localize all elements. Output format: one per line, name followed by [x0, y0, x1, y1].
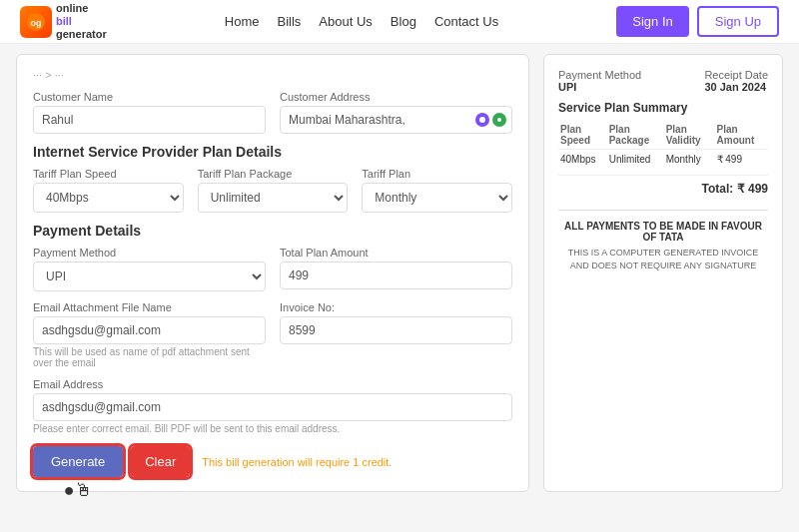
invoice-panel: Payment Method UPI Receipt Date 30 Jan 2… — [543, 54, 783, 492]
email-address-label: Email Address — [33, 378, 512, 390]
invoice-total: Total: ₹ 499 — [558, 175, 768, 196]
col-plan-validity: Plan Validity — [664, 121, 715, 150]
nav-bills[interactable]: Bills — [278, 14, 302, 29]
tariff-package-group: Tariff Plan Package Unlimited Limited — [198, 168, 349, 213]
invoice-footer: ALL PAYMENTS TO BE MADE IN FAVOUR OF TAT… — [558, 210, 768, 271]
total-amount-group: Total Plan Amount — [280, 247, 512, 291]
email-attachment-group: Email Attachment File Name This will be … — [33, 301, 266, 368]
payment-method-block: Payment Method UPI — [558, 69, 641, 93]
nav-blog[interactable]: Blog — [391, 14, 416, 29]
navbar: og online bill generator Home Bills Abou… — [0, 0, 799, 44]
email-address-group: Email Address Please enter correct email… — [33, 378, 512, 434]
total-value: ₹ 499 — [737, 182, 768, 196]
table-row: 40Mbps Unlimited Monthly ₹ 499 — [558, 150, 768, 170]
cell-validity: Monthly — [664, 150, 715, 170]
total-label: Total: — [702, 182, 734, 196]
email-address-input[interactable] — [33, 393, 512, 421]
customer-info-row: Customer Name Customer Address — [33, 91, 512, 134]
email-attachment-label: Email Attachment File Name — [33, 301, 266, 313]
customer-name-input[interactable] — [33, 106, 266, 134]
tariff-package-label: Tariff Plan Package — [198, 168, 349, 180]
cell-amount: ₹ 499 — [715, 150, 768, 170]
email-attachment-hint: This will be used as name of pdf attachm… — [33, 346, 266, 368]
customer-name-label: Customer Name — [33, 91, 266, 103]
credit-info: This bill generation will require 1 cred… — [202, 456, 392, 468]
generate-wrap: Generate ●🖱 — [33, 446, 123, 477]
action-row: Generate ●🖱 Clear This bill generation w… — [33, 446, 512, 477]
tariff-plan-label: Tariff Plan — [362, 168, 512, 180]
generate-button[interactable]: Generate — [33, 446, 123, 477]
nav-contact[interactable]: Contact Us — [434, 14, 498, 29]
payment-section-title: Payment Details — [33, 223, 512, 239]
logo: og online bill generator — [20, 2, 107, 42]
invoice-footer-text: THIS IS A COMPUTER GENERATED INVOICE AND… — [558, 247, 768, 271]
tariff-row: Tariff Plan Speed 40Mbps 100Mbps Tariff … — [33, 168, 512, 213]
breadcrumb: ··· > ··· — [33, 69, 512, 81]
customer-name-group: Customer Name — [33, 91, 266, 134]
cursor-icon: ●🖱 — [64, 480, 93, 501]
service-plan-title: Service Plan Summary — [558, 101, 768, 115]
customer-address-label: Customer Address — [280, 91, 512, 103]
svg-text:og: og — [31, 18, 42, 28]
cell-speed: 40Mbps — [558, 150, 607, 170]
invoice-no-label: Invoice No: — [280, 301, 512, 313]
invoice-no-input[interactable] — [280, 316, 512, 344]
receipt-date-block: Receipt Date 30 Jan 2024 — [704, 69, 768, 93]
form-panel: ··· > ··· Customer Name Customer Address — [16, 54, 529, 492]
payment-method-group: Payment Method UPI Cash Card — [33, 247, 266, 291]
isp-section-title: Internet Service Provider Plan Details — [33, 144, 512, 160]
payment-method-value: UPI — [558, 81, 641, 93]
nav-links: Home Bills About Us Blog Contact Us — [225, 14, 498, 29]
customer-address-group: Customer Address — [280, 91, 512, 134]
receipt-date-value: 30 Jan 2024 — [704, 81, 768, 93]
location-icons — [475, 113, 506, 127]
col-plan-package: Plan Package — [607, 121, 664, 150]
tariff-speed-label: Tariff Plan Speed — [33, 168, 184, 180]
email-attachment-input[interactable] — [33, 316, 266, 344]
nav-home[interactable]: Home — [225, 14, 260, 29]
tariff-speed-group: Tariff Plan Speed 40Mbps 100Mbps — [33, 168, 184, 213]
col-plan-amount: Plan Amount — [715, 121, 768, 150]
signin-button[interactable]: Sign In — [616, 6, 688, 37]
col-plan-speed: Plan Speed — [558, 121, 607, 150]
tariff-plan-select[interactable]: Monthly Yearly — [362, 183, 512, 213]
receipt-date-label: Receipt Date — [704, 69, 768, 81]
payment-method-select[interactable]: UPI Cash Card — [33, 262, 266, 291]
logo-icon: og — [20, 6, 52, 38]
total-amount-input[interactable] — [280, 262, 512, 289]
nav-about[interactable]: About Us — [319, 14, 372, 29]
tariff-speed-select[interactable]: 40Mbps 100Mbps — [33, 183, 184, 213]
cell-package: Unlimited — [607, 150, 664, 170]
invoice-header: Payment Method UPI Receipt Date 30 Jan 2… — [558, 69, 768, 93]
main-container: ··· > ··· Customer Name Customer Address — [0, 44, 799, 502]
email-attachment-row: Email Attachment File Name This will be … — [33, 301, 512, 368]
tariff-package-select[interactable]: Unlimited Limited — [198, 183, 349, 213]
payment-row: Payment Method UPI Cash Card Total Plan … — [33, 247, 512, 291]
logo-text: online bill generator — [56, 2, 107, 42]
payment-method-label: Payment Method — [558, 69, 641, 81]
payment-method-label: Payment Method — [33, 247, 266, 259]
invoice-no-group: Invoice No: — [280, 301, 512, 368]
service-plan-table: Plan Speed Plan Package Plan Validity Pl… — [558, 121, 768, 169]
email-address-hint: Please enter correct email. Bill PDF wil… — [33, 423, 512, 434]
clear-button[interactable]: Clear — [131, 446, 190, 477]
tariff-plan-group: Tariff Plan Monthly Yearly — [362, 168, 512, 213]
signup-button[interactable]: Sign Up — [697, 6, 779, 37]
nav-buttons: Sign In Sign Up — [616, 6, 779, 37]
invoice-footer-title: ALL PAYMENTS TO BE MADE IN FAVOUR OF TAT… — [558, 221, 768, 243]
total-amount-label: Total Plan Amount — [280, 247, 512, 259]
